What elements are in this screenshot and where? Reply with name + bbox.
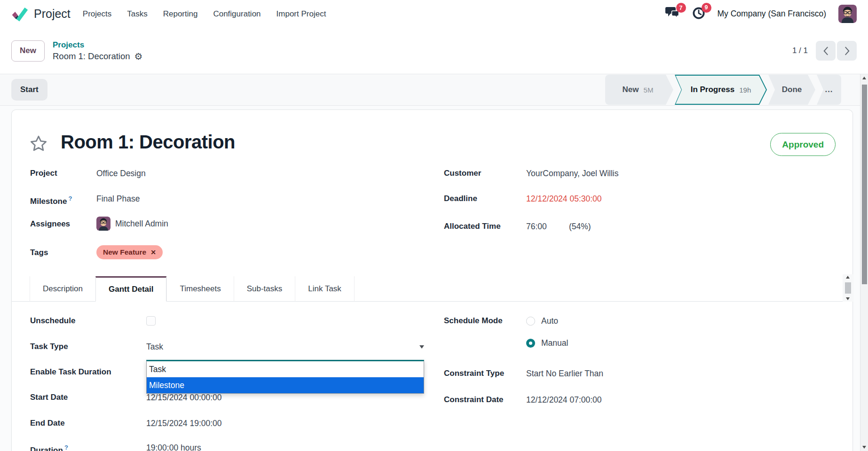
notebook-scrollbar-thumb[interactable] xyxy=(845,282,851,294)
milestone-value[interactable]: Final Phase xyxy=(96,193,140,204)
breadcrumb-parent-link[interactable]: Projects xyxy=(53,40,142,50)
chevron-right-icon xyxy=(844,46,850,56)
end-date-value[interactable]: 12/15/2024 19:00:00 xyxy=(146,418,222,429)
main-scroll-up-icon[interactable] xyxy=(862,77,866,79)
schedule-mode-label: Schedule Mode xyxy=(444,315,503,327)
customer-value[interactable]: YourCompany, Joel Willis xyxy=(526,168,618,179)
control-panel: New Projects Room 1: Decoration ⚙ 1 / 1 xyxy=(0,28,868,74)
duration-label: Duration? xyxy=(30,442,68,451)
scroll-down-icon[interactable] xyxy=(846,297,850,300)
milestone-label-text: Milestone xyxy=(30,197,67,206)
duration-help-icon[interactable]: ? xyxy=(64,444,68,451)
chevron-left-icon xyxy=(823,46,829,56)
breadcrumb: Projects Room 1: Decoration ⚙ xyxy=(53,40,142,62)
notebook-scrollbar[interactable] xyxy=(843,274,853,302)
stage-new[interactable]: New 5M xyxy=(605,75,673,105)
constraint-type-label: Constraint Type xyxy=(444,368,504,379)
allocated-time-percent: (54%) xyxy=(569,221,591,232)
radio-auto[interactable] xyxy=(526,317,535,326)
approved-badge: Approved xyxy=(770,133,836,156)
notebook-tabs: Description Gantt Detail Timesheets Sub-… xyxy=(30,276,355,302)
tab-gantt-detail[interactable]: Gantt Detail xyxy=(95,276,166,302)
stage-pipeline: New 5M In Progress 19h Done ... xyxy=(605,75,841,105)
stage-more-label: ... xyxy=(825,85,833,94)
new-button[interactable]: New xyxy=(11,40,45,62)
allocated-time-label: Allocated Time xyxy=(444,221,501,232)
tab-description[interactable]: Description xyxy=(30,276,95,302)
duration-value[interactable]: 19:00:00 hours xyxy=(146,442,201,451)
dropdown-option-task[interactable]: Task xyxy=(147,361,424,377)
tags-label: Tags xyxy=(30,247,48,258)
customer-label: Customer xyxy=(444,168,481,179)
tab-link-task[interactable]: Link Task xyxy=(295,276,355,302)
menu-item-import-project[interactable]: Import Project xyxy=(276,9,326,19)
unschedule-label: Unschedule xyxy=(30,315,75,327)
messages-badge: 7 xyxy=(676,3,686,13)
radio-manual-label: Manual xyxy=(541,338,568,348)
assignees-label: Assignees xyxy=(30,218,70,230)
app-brand[interactable]: Project xyxy=(34,7,71,21)
constraint-date-label: Constraint Date xyxy=(444,394,504,405)
pager-next-button[interactable] xyxy=(837,41,857,61)
favorite-star-icon[interactable] xyxy=(29,134,48,153)
menu-item-reporting[interactable]: Reporting xyxy=(163,9,198,19)
stage-more[interactable]: ... xyxy=(817,75,841,105)
allocated-time-value[interactable]: 76:00 xyxy=(526,221,547,232)
task-type-select[interactable]: Task xyxy=(146,341,424,353)
stage-done[interactable]: Done xyxy=(768,75,815,105)
schedule-mode-manual-option[interactable]: Manual xyxy=(526,338,568,348)
project-label: Project xyxy=(30,168,57,179)
settings-gear-icon[interactable]: ⚙ xyxy=(134,52,143,61)
tab-sub-tasks[interactable]: Sub-tasks xyxy=(234,276,295,302)
constraint-date-value[interactable]: 12/12/2024 07:00:00 xyxy=(526,394,602,405)
schedule-mode-auto-option[interactable]: Auto xyxy=(526,316,558,326)
tag-label: New Feature xyxy=(103,248,146,257)
user-avatar[interactable] xyxy=(838,5,857,23)
tag-new-feature[interactable]: New Feature ✕ xyxy=(96,245,163,259)
main-scrollbar-thumb[interactable] xyxy=(862,85,867,284)
project-value[interactable]: Office Design xyxy=(96,168,146,179)
task-type-selected-value: Task xyxy=(146,342,163,352)
app-logo-icon[interactable] xyxy=(11,6,28,23)
unschedule-checkbox[interactable] xyxy=(146,316,156,326)
breadcrumb-current: Room 1: Decoration xyxy=(53,51,130,62)
stage-new-extra: 5M xyxy=(644,86,654,94)
navbar-systray: 7 9 My Company (San Francisco) xyxy=(665,5,857,23)
milestone-help-icon[interactable]: ? xyxy=(68,195,72,202)
assignee-avatar xyxy=(96,217,110,231)
menu-item-projects[interactable]: Projects xyxy=(83,9,111,19)
scroll-up-icon[interactable] xyxy=(846,276,850,279)
top-navbar: Project Projects Tasks Reporting Configu… xyxy=(0,0,868,28)
main-scrollbar[interactable] xyxy=(860,74,868,451)
tab-timesheets[interactable]: Timesheets xyxy=(166,276,233,302)
main-scroll-down-icon[interactable] xyxy=(862,446,866,449)
activities-badge: 9 xyxy=(702,3,711,13)
stage-in-progress-label: In Progress xyxy=(691,85,735,94)
pager-count: 1 / 1 xyxy=(792,46,808,55)
milestone-label: Milestone? xyxy=(30,193,72,207)
chevron-down-icon xyxy=(419,345,424,349)
start-date-label: Start Date xyxy=(30,392,68,403)
duration-label-text: Duration xyxy=(30,446,63,451)
company-switcher[interactable]: My Company (San Francisco) xyxy=(718,9,826,19)
radio-manual[interactable] xyxy=(526,339,535,348)
end-date-label: End Date xyxy=(30,418,65,429)
dropdown-option-milestone[interactable]: Milestone xyxy=(147,377,424,393)
enable-task-duration-label: Enable Task Duration xyxy=(30,366,111,378)
status-bar: Start New 5M In Progress 19h Done ... xyxy=(0,74,868,106)
assignees-value[interactable]: Mitchell Admin xyxy=(96,217,168,231)
menu-item-tasks[interactable]: Tasks xyxy=(127,9,147,19)
deadline-value[interactable]: 12/12/2024 05:30:00 xyxy=(526,193,602,204)
tag-remove-icon[interactable]: ✕ xyxy=(150,249,156,256)
assignee-name[interactable]: Mitchell Admin xyxy=(115,218,168,229)
page-title[interactable]: Room 1: Decoration xyxy=(61,132,235,153)
constraint-type-value[interactable]: Start No Earlier Than xyxy=(526,368,603,379)
form-sheet: Room 1: Decoration Approved Project Offi… xyxy=(11,109,853,451)
menu-item-configuration[interactable]: Configuration xyxy=(213,9,260,19)
messages-button[interactable]: 7 xyxy=(665,7,680,21)
stage-in-progress-extra: 19h xyxy=(739,86,751,94)
stage-in-progress[interactable]: In Progress 19h xyxy=(675,75,767,105)
pager-previous-button[interactable] xyxy=(816,41,836,61)
activities-button[interactable]: 9 xyxy=(692,7,705,22)
start-button[interactable]: Start xyxy=(11,79,47,101)
